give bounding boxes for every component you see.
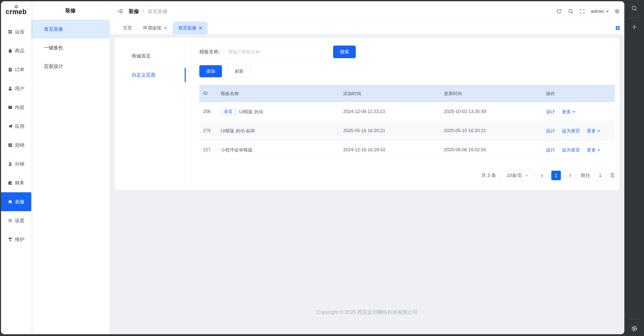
app-logo: crmeb — [1, 1, 31, 22]
cell-actions: 设计 更多 — [546, 109, 615, 115]
template-name: UI模版 勿动-副本 — [221, 128, 255, 134]
column-header-id: ID — [203, 91, 221, 96]
next-page-button[interactable] — [566, 173, 574, 178]
goto-label: 前往 — [581, 172, 590, 179]
home-icon — [8, 199, 13, 204]
sidebar-item-label: 用户 — [15, 85, 24, 92]
tab-withdrawal[interactable]: 申请提现 — [138, 22, 173, 34]
search-form: 模板名称: 搜索 — [199, 46, 615, 58]
menu-fold-icon[interactable] — [117, 9, 123, 14]
sidebar-item-distribution[interactable]: 分销 — [1, 155, 31, 173]
search-icon[interactable] — [568, 9, 573, 14]
chevron-down-icon — [526, 174, 528, 176]
design-link[interactable]: 设计 — [546, 128, 555, 134]
template-name: 小程序提审模版 — [221, 147, 252, 153]
page-unit-label: 页 — [610, 172, 615, 179]
sidebar-item-settings[interactable]: 设置 — [1, 211, 31, 230]
sidebar-item-products[interactable]: 商品 — [1, 41, 31, 60]
total-count: 共 3 条 — [481, 172, 496, 179]
table-row: 217 小程序提审模版 2024-12-16 16:29:42 2025-06-… — [199, 140, 615, 160]
sidebar-item-users[interactable]: 用户 — [1, 79, 31, 98]
breadcrumb-current: 首页装修 — [147, 8, 168, 15]
dock-divider — [629, 18, 639, 18]
current-page-button[interactable]: 1 — [551, 171, 561, 180]
design-link[interactable]: 设计 — [546, 109, 555, 115]
breadcrumb-separator: / — [143, 9, 144, 14]
topbar: 装修 / 首页装修 admin — [110, 1, 624, 22]
sidebar-item-apps[interactable]: 应用 — [1, 117, 31, 136]
sidebar-item-decoration[interactable]: 装修 — [1, 192, 31, 211]
tab-home-decoration[interactable]: 首页装修 — [173, 22, 208, 34]
close-icon[interactable] — [199, 26, 202, 29]
sidebar-item-label: 运营 — [15, 29, 24, 35]
cell-updated-time: 2025-05-15 16:20:21 — [444, 128, 546, 133]
submenu-item-theme-color[interactable]: 一键换色 — [31, 39, 110, 57]
sidebar-item-label: 内容 — [15, 104, 24, 111]
column-header-name: 模板名称 — [221, 91, 343, 97]
template-name-input[interactable] — [223, 46, 322, 58]
right-dock — [624, 0, 644, 336]
user-menu[interactable]: admin — [591, 9, 608, 14]
subnav-item-custom-pages[interactable]: 自定义页面 — [115, 65, 185, 84]
settings-gear-icon[interactable] — [614, 9, 620, 14]
panel-main: 模板名称: 搜索 添加 刷新 ID 模板名称 添加时间 更新时间 — [185, 38, 619, 190]
sidebar-item-label: 订单 — [15, 66, 24, 73]
submenu-item-home-decoration[interactable]: 首页装修 — [31, 20, 110, 39]
book-icon — [8, 105, 13, 110]
grid-icon — [8, 29, 13, 34]
cell-id: 206 — [203, 109, 221, 114]
sidebar-item-label: 财务 — [15, 180, 24, 186]
prev-page-button[interactable] — [538, 173, 546, 178]
set-homepage-link[interactable]: 设为首页 — [562, 147, 580, 153]
dock-settings-icon[interactable] — [631, 325, 638, 332]
sidebar-item-label: 应用 — [15, 123, 24, 130]
submenu-title: 装修 — [31, 1, 110, 20]
dock-divider — [629, 319, 639, 319]
sidebar-item-marketing[interactable]: 营销 — [1, 136, 31, 155]
primary-sidebar: crmeb 运营 商品 订单 用户 内容 应用 营销 — [1, 1, 31, 334]
table-header-row: ID 模板名称 添加时间 更新时间 操作 — [199, 85, 615, 102]
action-divider — [558, 148, 559, 152]
tab-home[interactable]: 主页 — [117, 22, 138, 34]
chevron-down-icon — [598, 129, 600, 132]
goto-page-input[interactable] — [593, 170, 607, 181]
fullscreen-icon[interactable] — [579, 9, 585, 14]
sidebar-item-orders[interactable]: 订单 — [1, 60, 31, 79]
close-icon[interactable] — [164, 26, 167, 29]
set-homepage-link[interactable]: 设为首页 — [562, 128, 580, 134]
page-size-select[interactable]: 10条/页 — [501, 170, 534, 181]
add-button[interactable]: 添加 — [199, 65, 222, 77]
sidebar-item-maintenance[interactable]: 维护 — [1, 230, 31, 249]
sidebar-item-label: 商品 — [15, 48, 24, 54]
action-divider — [558, 129, 559, 133]
cell-name: 首页 UI模版 勿动 — [221, 108, 343, 115]
more-dropdown[interactable]: 更多 — [587, 128, 600, 134]
more-dropdown[interactable]: 更多 — [562, 109, 575, 115]
design-link[interactable]: 设计 — [546, 147, 555, 153]
submenu-item-page-design[interactable]: 页面设计 — [31, 57, 110, 76]
dock-search-icon[interactable] — [631, 5, 638, 12]
more-dropdown[interactable]: 更多 — [587, 147, 600, 153]
gear-icon — [8, 218, 13, 223]
table-row: 275 UI模版 勿动-副本 2025-05-15 16:20:21 2025-… — [199, 121, 615, 140]
template-name-label: 模板名称: — [199, 49, 220, 55]
dock-add-icon[interactable] — [631, 24, 637, 30]
search-button[interactable]: 搜索 — [333, 46, 356, 58]
subnav-item-mall-home[interactable]: 商城首页 — [115, 47, 185, 65]
cell-added-time: 2024-12-09 11:23:13 — [343, 109, 444, 114]
bag-icon — [8, 48, 13, 53]
panel-subnav: 商城首页 自定义页面 — [115, 38, 185, 190]
sidebar-item-operations[interactable]: 运营 — [1, 22, 31, 41]
cell-name: 小程序提审模版 — [221, 147, 343, 153]
cell-added-time: 2024-12-16 16:29:42 — [343, 147, 444, 153]
cell-id: 217 — [203, 147, 221, 153]
layout-grid-icon[interactable] — [615, 25, 620, 31]
sidebar-item-finance[interactable]: 财务 — [1, 173, 31, 192]
sidebar-item-content[interactable]: 内容 — [1, 98, 31, 117]
cell-actions: 设计 设为首页 更多 — [546, 128, 615, 134]
copyright-footer: Copyright © 2025 西安众邦网络科技有限公司 — [110, 309, 624, 316]
chart-icon — [8, 143, 13, 147]
refresh-icon[interactable] — [556, 9, 562, 14]
column-header-actions: 操作 — [546, 91, 615, 97]
refresh-button[interactable]: 刷新 — [228, 65, 251, 77]
